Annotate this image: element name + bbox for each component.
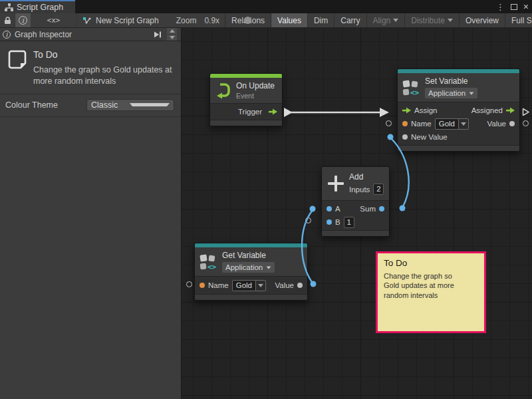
colour-theme-value: Classic (91, 100, 126, 110)
colour-theme-dropdown[interactable]: Classic (86, 99, 174, 111)
assign-port-label: Assign (414, 106, 441, 114)
set-variable-name-port-ring[interactable] (386, 120, 392, 126)
inspector-title: Graph Inspector (15, 30, 147, 39)
divider (0, 116, 181, 117)
variable-name-dropdown[interactable] (256, 280, 266, 291)
inputs-label: Inputs (349, 186, 370, 194)
align-button[interactable]: Align (366, 13, 405, 27)
spin-down-icon[interactable] (167, 35, 177, 41)
add-ports: A Sum B 1 (322, 201, 389, 231)
b-value-field[interactable]: 1 (344, 217, 354, 228)
plus-icon (327, 175, 344, 192)
chevron-down-icon (448, 19, 453, 22)
variable-name-value[interactable]: Gold (435, 118, 459, 130)
node-title: On Update (236, 81, 275, 90)
node-subtitle: Event (236, 92, 275, 100)
value-port-label: Value (275, 281, 294, 289)
tab-label: Script Graph (17, 3, 63, 12)
spin-up-icon[interactable] (167, 28, 177, 34)
variable-name-field[interactable]: Gold (435, 118, 469, 130)
get-variable-header: <> Get Variable Application (195, 247, 307, 277)
scope-value: Application (428, 89, 466, 97)
node-title: Add (349, 172, 384, 182)
distribute-button[interactable]: Distribute (404, 13, 459, 27)
new-script-graph-label: New Script Graph (96, 16, 159, 25)
control-output-port[interactable] (506, 107, 515, 114)
variable-name-dropdown[interactable] (459, 118, 469, 130)
window-close-icon[interactable]: × (523, 2, 529, 11)
window-menu-icon[interactable]: ⋮ (496, 3, 505, 11)
get-variable-name-port-ring[interactable] (186, 281, 192, 287)
add-b-port-ring[interactable] (305, 217, 311, 223)
new-value-input-port[interactable] (402, 134, 408, 140)
scope-value: Application (225, 263, 263, 271)
svg-text:<>: <> (207, 263, 217, 271)
get-variable-ports: Name Gold Value (195, 277, 307, 295)
zoom-label: Zoom (166, 13, 201, 27)
trigger-port-label: Trigger (238, 108, 265, 116)
lock-icon (4, 17, 11, 25)
variable-scope-dropdown[interactable]: Application (222, 262, 275, 273)
inputs-count-field[interactable]: 2 (373, 184, 384, 195)
sticky-note-icon (7, 49, 27, 72)
value-port-label: Value (487, 120, 506, 128)
align-label: Align (373, 16, 391, 25)
node-footer (398, 146, 519, 151)
set-variable-header: <> Set Variable Application (398, 73, 519, 102)
collapse-panel-icon[interactable] (151, 29, 163, 39)
node-footer (210, 120, 282, 126)
control-output-port[interactable] (269, 108, 277, 115)
window-maximize-icon[interactable] (511, 4, 517, 10)
tab-script-graph[interactable]: Script Graph (0, 0, 75, 13)
full-screen-button[interactable]: Full Screen (505, 13, 532, 27)
sticky-note-body: Change the graph so Gold updates at more… (384, 271, 469, 300)
control-input-port[interactable] (402, 107, 411, 114)
info-icon: i (3, 31, 11, 39)
value-output-port[interactable] (509, 121, 515, 126)
value-output-port[interactable] (297, 283, 303, 288)
overview-button[interactable]: Overview (459, 13, 505, 27)
lock-button[interactable] (0, 13, 15, 27)
node-add[interactable]: Add Inputs 2 A Sum B 1 (321, 166, 390, 237)
set-variable-value-port-ring[interactable] (523, 120, 529, 126)
tab-bar: Script Graph ⋮ × (0, 0, 532, 13)
node-on-update[interactable]: On Update Event Trigger (209, 73, 283, 126)
on-update-loop-icon (214, 82, 231, 99)
on-update-header: On Update Event (210, 78, 282, 104)
values-button[interactable]: Values (271, 13, 307, 27)
new-script-graph-button[interactable]: New Script Graph (77, 13, 166, 27)
carry-button[interactable]: Carry (334, 13, 366, 27)
variables-icon: <> (402, 79, 420, 96)
graph-tab-icon (5, 3, 13, 11)
variable-name-value[interactable]: Gold (232, 280, 256, 291)
name-input-port[interactable] (200, 283, 205, 288)
zoom-value: 0.9x (200, 13, 225, 27)
a-input-port[interactable] (327, 206, 332, 211)
variable-name-field[interactable]: Gold (232, 280, 266, 291)
node-set-variable[interactable]: <> Set Variable Application Assign Assig… (397, 68, 520, 152)
note-body: Change the graph so Gold updates at more… (33, 65, 176, 87)
chevron-down-icon (258, 284, 263, 287)
dim-button[interactable]: Dim (307, 13, 334, 27)
graph-toolbar: i <x> New Script Graph Zoom 0.9x Relatio… (0, 13, 532, 28)
name-input-port[interactable] (402, 121, 408, 126)
sum-output-port[interactable] (379, 206, 384, 211)
graph-inspector-panel: i Graph Inspector To Do Change the graph… (0, 28, 182, 399)
sticky-note-title: To Do (384, 258, 478, 268)
colour-theme-label: Colour Theme (5, 100, 86, 110)
node-get-variable[interactable]: <> Get Variable Application Name Gold Va… (194, 243, 308, 301)
variable-scope-dropdown[interactable]: Application (425, 88, 477, 98)
chevron-down-icon (130, 103, 170, 106)
graph-note-summary: To Do Change the graph so Gold updates a… (0, 41, 181, 94)
node-title: Set Variable (425, 76, 477, 86)
variables-toggle-button[interactable]: <x> (31, 13, 77, 27)
script-graph-icon (82, 17, 92, 25)
sticky-note[interactable]: To Do Change the graph so Gold updates a… (376, 251, 486, 333)
on-update-ports: Trigger (210, 104, 282, 120)
inspector-toggle-button[interactable]: i (15, 13, 31, 27)
variables-icon: <> (199, 253, 217, 271)
assigned-port-triangle[interactable] (521, 107, 530, 117)
add-header: Add Inputs 2 (322, 167, 389, 201)
sum-port-label: Sum (360, 205, 376, 213)
b-input-port[interactable] (327, 219, 332, 225)
